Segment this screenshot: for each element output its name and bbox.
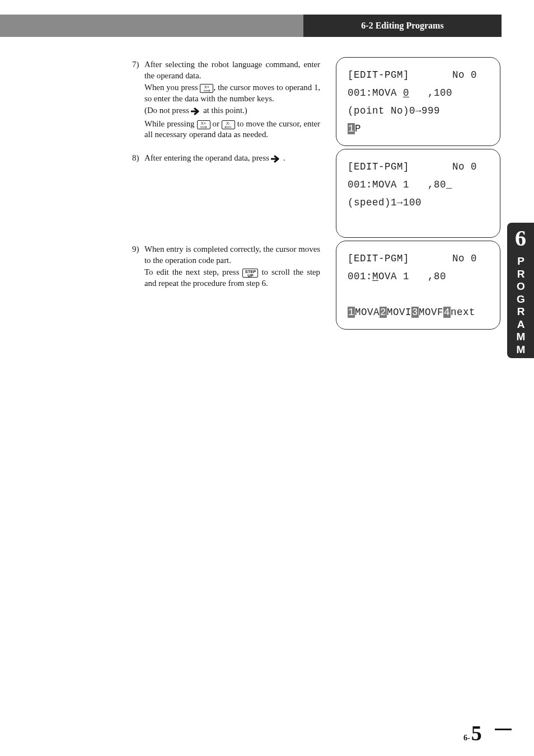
chapter-number: 6: [515, 228, 526, 248]
text-run: M: [372, 271, 378, 282]
step-text: When entry is completed correctly, the c…: [144, 244, 320, 266]
lcd-row: [EDIT-PGM] No 0: [348, 158, 490, 176]
step-text: (Do not press at this point.): [144, 105, 320, 118]
text-run: 001:: [348, 271, 372, 282]
lcd-row: (speed)1→100: [348, 194, 490, 212]
step-text: When you press X+⟹, the cursor moves to …: [144, 82, 320, 104]
lcd-row: 1P: [348, 120, 490, 138]
lcd-row: [EDIT-PGM] No 0: [348, 67, 490, 84]
text-run: While pressing: [144, 119, 197, 128]
text-run: After entering the operand data, press: [144, 153, 271, 162]
lcd-row: [EDIT-PGM] No 0: [348, 250, 490, 268]
step-body: After entering the operand data, press .: [144, 153, 320, 165]
key-label: UP: [243, 274, 257, 278]
lcd-display-2: [EDIT-PGM] No 0 001:MOVA 1 ,80_ (speed)1…: [336, 149, 500, 238]
step-text: While pressing X+⟹ or X-⟸ to move the cu…: [144, 119, 320, 140]
lcd-row: 001:MOVA 0 ,100: [348, 84, 490, 102]
lcd-display-1: [EDIT-PGM] No 0 001:MOVA 0 ,100 (point N…: [336, 57, 500, 146]
page-num-prefix: 6-: [463, 734, 470, 743]
key-arrow: ⟸: [222, 125, 235, 129]
bold-right-arrow-icon: [191, 106, 201, 118]
header-grey-band: [0, 15, 303, 37]
page-rule: [495, 729, 512, 730]
lcd-row: 001:MOVA 1 ,80_: [348, 176, 490, 194]
highlight-run: 1: [348, 123, 355, 134]
text-run: OVA 1 ,80: [378, 271, 446, 282]
lcd-row: [348, 286, 490, 304]
highlight-run: 1: [348, 307, 355, 318]
highlight-run: 2: [380, 307, 387, 318]
step-text: After selecting the robot language comma…: [144, 59, 320, 81]
header-dark-band: 6-2 Editing Programs: [303, 15, 502, 37]
text-run: When you press: [144, 83, 200, 92]
text-run: or: [210, 119, 222, 128]
text-run: MOVA: [355, 307, 380, 318]
highlight-run: 4: [443, 307, 451, 318]
page-number: 6- 5: [463, 721, 482, 745]
x-plus-key-icon: X+⟹: [197, 120, 210, 129]
text-run: 0: [403, 87, 409, 98]
highlight-run: 3: [411, 307, 419, 318]
section-title: 6-2 Editing Programs: [361, 21, 443, 31]
text-run: MOVI: [387, 307, 411, 318]
step-number: 7): [132, 59, 144, 140]
page-header: 6-2 Editing Programs: [0, 15, 502, 37]
lcd-row: [348, 212, 490, 230]
text-run: P: [355, 123, 361, 134]
step-number: 8): [132, 153, 144, 165]
text-run: (Do not press: [144, 106, 191, 115]
text-run: 001:MOVA: [348, 87, 403, 98]
step-up-key-icon: STEPUP: [242, 269, 258, 278]
step-body: After selecting the robot language comma…: [144, 59, 320, 140]
step-text: To edit the next step, press STEPUP to s…: [144, 267, 320, 289]
lcd-row: (point No)0→999: [348, 102, 490, 120]
text-run: ,100: [409, 87, 452, 98]
lcd-row: 001:MOVA 1 ,80: [348, 268, 490, 286]
text-run: .: [281, 153, 285, 162]
chapter-tab: 6 PROGRAMMING: [507, 223, 534, 358]
text-run: next: [451, 307, 475, 318]
step-number: 9): [132, 244, 144, 289]
bold-right-arrow-icon: [271, 154, 281, 165]
step-text: After entering the operand data, press .: [144, 153, 320, 165]
key-arrow: ⟹: [198, 125, 210, 129]
x-plus-key-icon: X+⟹: [200, 84, 213, 93]
lcd-row: 1MOVA2MOVI3MOVF4next: [348, 304, 490, 322]
lcd-display-3: [EDIT-PGM] No 0 001:MOVA 1 ,80 1MOVA2MOV…: [336, 241, 500, 330]
key-arrow: ⟹: [200, 89, 213, 92]
text-run: MOVF: [419, 307, 443, 318]
step-body: When entry is completed correctly, the c…: [144, 244, 320, 289]
page-num-big: 5: [471, 721, 482, 745]
chapter-title: PROGRAMMING: [514, 255, 527, 394]
text-run: at this point.): [201, 106, 247, 115]
text-run: To edit the next step, press: [144, 267, 242, 276]
x-minus-key-icon: X-⟸: [222, 120, 235, 129]
